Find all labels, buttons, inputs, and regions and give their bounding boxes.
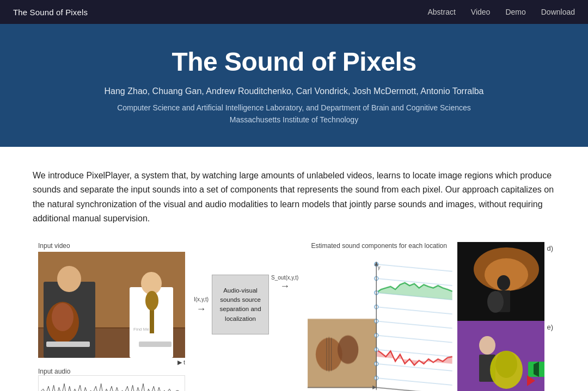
nav-brand: The Sound of Pixels — [13, 8, 88, 17]
fig-left: Input video — [33, 242, 191, 391]
svg-line-30 — [377, 378, 452, 385]
svg-line-22 — [377, 264, 452, 271]
nav-abstract[interactable]: Abstract — [427, 8, 455, 16]
abstract-text: We introduce PixelPlayer, a system that,… — [33, 169, 555, 226]
ixy-label: I(x,y,t) — [194, 296, 209, 302]
svg-rect-14 — [41, 376, 183, 391]
arrow-out-section: S_out(x,y,t) → — [269, 242, 301, 292]
fig-right: d) — [457, 242, 555, 391]
video-scene-svg: Find Me — [38, 252, 185, 358]
processing-box: Audio-visual sounds source separation an… — [212, 275, 269, 334]
fig-center: Estimated sound components for each loca… — [301, 242, 457, 391]
nav-demo[interactable]: Demo — [505, 8, 525, 16]
label-e: e) — [544, 321, 555, 333]
svg-marker-32 — [377, 350, 452, 365]
svg-text:Find Me: Find Me — [133, 327, 149, 332]
label-input-audio: Input audio — [38, 368, 70, 375]
main-content: We introduce PixelPlayer, a system that,… — [0, 147, 588, 391]
authors: Hang Zhao, Chuang Gan, Andrew Rouditchen… — [33, 86, 555, 96]
svg-point-54 — [497, 275, 510, 290]
label-input-video: Input video — [38, 242, 70, 250]
fig-d-image — [457, 242, 544, 321]
svg-point-61 — [495, 351, 517, 378]
nav-links: Abstract Video Demo Download — [427, 8, 575, 16]
video-placeholder: Find Me — [38, 252, 185, 358]
label-estimated: Estimated sound components for each loca… — [301, 242, 457, 250]
fig-e-image — [457, 321, 544, 391]
svg-line-48 — [377, 388, 452, 391]
institution: Computer Science and Artificial Intellig… — [33, 102, 555, 126]
figure-area: Input video — [33, 242, 555, 391]
svg-marker-31 — [377, 283, 452, 300]
fig-e-svg — [457, 321, 544, 391]
institution-line1: Computer Science and Artificial Intellig… — [117, 103, 471, 112]
svg-point-4 — [57, 266, 81, 292]
page-title: The Sound of Pixels — [33, 47, 555, 77]
t-arrow-label: ▶ t — [177, 359, 185, 366]
svg-point-6 — [52, 303, 74, 331]
arrow-t: ▶ t — [177, 359, 185, 366]
arrow-out-icon: → — [280, 281, 290, 292]
svg-rect-13 — [139, 342, 171, 347]
svg-point-10 — [145, 291, 158, 311]
hero-section: The Sound of Pixels Hang Zhao, Chuang Ga… — [0, 24, 588, 147]
audio-wave-svg — [39, 376, 185, 391]
svg-text:y: y — [378, 264, 381, 270]
svg-line-25 — [377, 307, 452, 314]
svg-rect-12 — [46, 342, 90, 347]
arrow-ixy-section: I(x,y,t) → — [191, 242, 212, 315]
svg-line-26 — [377, 321, 452, 328]
svg-line-27 — [377, 336, 452, 343]
institution-line2: Massachusetts Institute of Technology — [230, 115, 358, 124]
svg-point-58 — [479, 336, 495, 355]
sout-text: S_out(x,y,t) — [271, 275, 298, 281]
label-d: d) — [544, 242, 555, 255]
navbar: The Sound of Pixels Abstract Video Demo … — [0, 0, 588, 24]
sound-viz: y x ⊕ 公众号·量子位 — [301, 252, 457, 391]
nav-download[interactable]: Download — [541, 8, 575, 16]
svg-point-18 — [338, 336, 358, 364]
audio-waveform — [38, 375, 185, 391]
svg-point-56 — [487, 291, 504, 313]
nav-video[interactable]: Video — [471, 8, 491, 16]
sout-label: S_out(x,y,t) — [271, 275, 298, 281]
arrow-right-icon: → — [197, 303, 206, 315]
fig-d-svg — [457, 242, 544, 321]
sound-components-svg: y x ⊕ 公众号·量子位 — [301, 252, 457, 391]
